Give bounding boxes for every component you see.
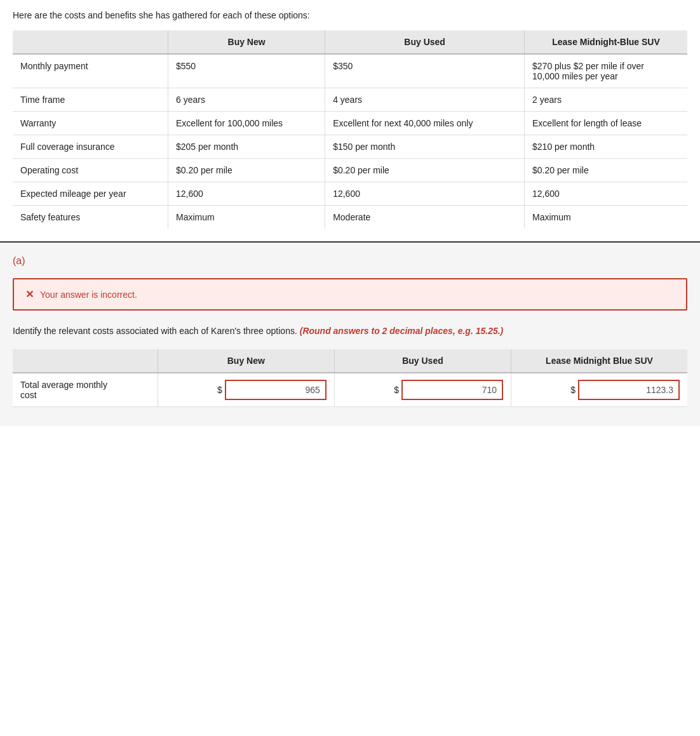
instruction-text: Identify the relevant costs associated w… [13, 325, 687, 338]
row-data-2: 12,600 [525, 182, 687, 206]
lease-input-cell: $ [511, 373, 687, 407]
row-data-0: 6 years [168, 88, 325, 112]
row-data-1: Excellent for next 40,000 miles only [325, 112, 525, 135]
answer-header-buy-new: Buy New [158, 349, 334, 373]
lease-input-group: $ [519, 380, 680, 400]
comparison-row: Expected mileage per year12,60012,60012,… [13, 182, 687, 206]
header-buy-used: Buy Used [325, 30, 525, 54]
intro-text: Here are the costs and benefits she has … [13, 10, 687, 20]
row-label: Full coverage insurance [13, 135, 168, 159]
answer-header-lease: Lease Midnight Blue SUV [511, 349, 687, 373]
row-data-0: 12,600 [168, 182, 325, 206]
header-label-col [13, 30, 168, 54]
row-data-2: $0.20 per mile [525, 159, 687, 182]
row-label: Safety features [13, 206, 168, 229]
comparison-table: Buy New Buy Used Lease Midnight-Blue SUV… [13, 30, 687, 229]
comparison-row: Time frame6 years4 years2 years [13, 88, 687, 112]
row-data-0: $550 [168, 54, 325, 88]
answer-row-label: Total average monthlycost [13, 373, 158, 407]
header-lease: Lease Midnight-Blue SUV [525, 30, 687, 54]
x-icon: ✕ [25, 288, 34, 300]
buy-new-input-cell: $ [158, 373, 334, 407]
dollar-sign-new: $ [217, 385, 222, 395]
section-label: (a) [13, 255, 687, 267]
row-data-0: $0.20 per mile [168, 159, 325, 182]
row-label: Warranty [13, 112, 168, 135]
row-data-0: Excellent for 100,000 miles [168, 112, 325, 135]
row-data-2: Excellent for length of lease [525, 112, 687, 135]
comparison-row: Safety featuresMaximumModerateMaximum [13, 206, 687, 229]
row-data-1: 12,600 [325, 182, 525, 206]
answer-header-label [13, 349, 158, 373]
top-section: Here are the costs and benefits she has … [0, 0, 700, 243]
buy-new-input[interactable] [225, 380, 326, 400]
buy-used-input[interactable] [401, 380, 503, 400]
row-label: Expected mileage per year [13, 182, 168, 206]
lease-input[interactable] [578, 380, 680, 400]
buy-used-input-cell: $ [334, 373, 511, 407]
row-data-1: Moderate [325, 206, 525, 229]
dollar-sign-lease: $ [570, 385, 575, 395]
buy-new-input-group: $ [166, 380, 326, 400]
comparison-row: Monthly payment$550$350$270 plus $2 per … [13, 54, 687, 88]
error-text: Your answer is incorrect. [40, 290, 137, 300]
page-wrapper: Here are the costs and benefits she has … [0, 0, 700, 736]
answer-table: Buy New Buy Used Lease Midnight Blue SUV… [13, 349, 687, 407]
comparison-row: Operating cost$0.20 per mile$0.20 per mi… [13, 159, 687, 182]
row-data-1: 4 years [325, 88, 525, 112]
answer-header-buy-used: Buy Used [334, 349, 511, 373]
row-data-1: $150 per month [325, 135, 525, 159]
row-data-2: $270 plus $2 per mile if over 10,000 mil… [525, 54, 687, 88]
answer-row: Total average monthlycost $ $ [13, 373, 687, 407]
instruction-main: Identify the relevant costs associated w… [13, 326, 297, 336]
buy-used-input-group: $ [342, 380, 503, 400]
row-data-1: $0.20 per mile [325, 159, 525, 182]
row-data-0: $205 per month [168, 135, 325, 159]
dollar-sign-used: $ [394, 385, 399, 395]
row-label: Monthly payment [13, 54, 168, 88]
header-buy-new: Buy New [168, 30, 325, 54]
instruction-highlight: (Round answers to 2 decimal places, e.g.… [300, 326, 504, 336]
row-label: Operating cost [13, 159, 168, 182]
comparison-row: WarrantyExcellent for 100,000 milesExcel… [13, 112, 687, 135]
row-data-2: 2 years [525, 88, 687, 112]
comparison-row: Full coverage insurance$205 per month$15… [13, 135, 687, 159]
row-data-2: $210 per month [525, 135, 687, 159]
row-data-0: Maximum [168, 206, 325, 229]
row-data-1: $350 [325, 54, 525, 88]
row-label: Time frame [13, 88, 168, 112]
row-data-2: Maximum [525, 206, 687, 229]
error-box: ✕ Your answer is incorrect. [13, 278, 687, 311]
bottom-section: (a) ✕ Your answer is incorrect. Identify… [0, 243, 700, 426]
